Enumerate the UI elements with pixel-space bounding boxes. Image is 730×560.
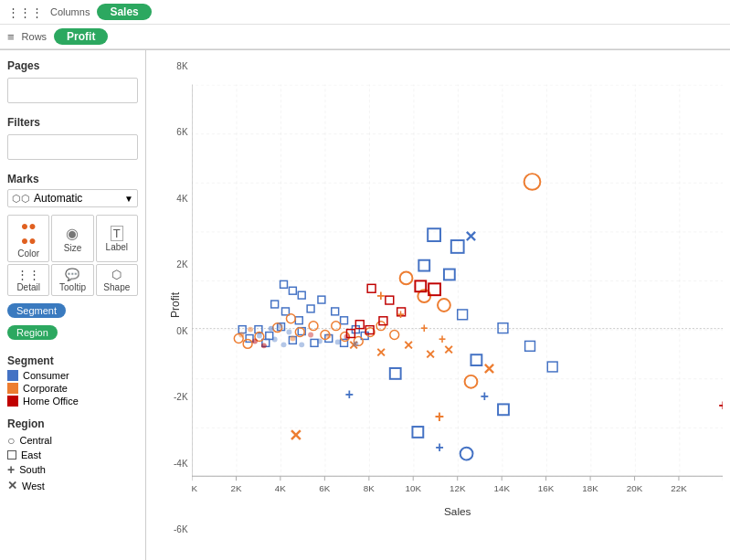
marks-type-dropdown[interactable]: ⬡⬡ Automatic ▼ <box>7 189 138 207</box>
filters-title: Filters <box>7 116 138 129</box>
region-chip[interactable]: Region <box>7 325 58 340</box>
segment-chip-row: Segment <box>7 303 138 320</box>
svg-text:0K: 0K <box>192 483 197 493</box>
svg-text:12K: 12K <box>450 483 466 493</box>
svg-point-87 <box>286 330 291 335</box>
segment-chip[interactable]: Segment <box>7 303 66 318</box>
legend-consumer: Consumer <box>7 370 138 381</box>
svg-text:Sales: Sales <box>444 505 471 518</box>
svg-point-92 <box>260 343 266 348</box>
central-label: Central <box>19 435 51 446</box>
segment-legend-title: Segment <box>7 354 138 367</box>
legend-east: East <box>7 449 138 460</box>
west-label: West <box>22 481 45 491</box>
main-area: Pages Filters Marks ⬡⬡ Automatic ▼ ●●●● … <box>0 50 730 560</box>
rows-icon: ≡ <box>7 30 15 44</box>
corporate-label: Corporate <box>23 383 68 394</box>
dropdown-arrow-icon: ▼ <box>124 194 133 204</box>
svg-text:+: + <box>438 333 445 346</box>
segment-legend: Segment Consumer Corporate Home Office <box>7 354 138 408</box>
svg-text:✕: ✕ <box>464 228 477 246</box>
svg-text:+: + <box>718 396 723 414</box>
consumer-swatch <box>7 370 18 381</box>
rows-pill[interactable]: Profit <box>54 28 108 45</box>
marks-type-label: Automatic <box>34 192 121 205</box>
svg-text:✕: ✕ <box>402 339 413 353</box>
consumer-label: Consumer <box>23 370 69 381</box>
legend-home-office: Home Office <box>7 396 138 407</box>
columns-row: ⋮⋮⋮ Columns Sales <box>0 0 730 25</box>
svg-text:+: + <box>397 308 404 322</box>
rows-row: ≡ Rows Profit <box>0 25 730 49</box>
label-button[interactable]: T Label <box>96 215 138 262</box>
marks-title: Marks <box>7 173 138 185</box>
svg-point-98 <box>317 338 323 343</box>
detail-button[interactable]: ⋮⋮ Detail <box>7 264 49 296</box>
svg-text:✕: ✕ <box>482 361 495 378</box>
rows-label: Rows <box>22 31 48 42</box>
columns-label: Columns <box>50 6 90 17</box>
south-icon: + <box>7 462 15 477</box>
chart-area: Profit 8K 6K 4K 2K 0K -2K -4K -6K <box>146 50 730 560</box>
svg-text:✕: ✕ <box>288 427 302 445</box>
pages-title: Pages <box>7 59 138 72</box>
svg-point-93 <box>271 336 277 342</box>
svg-text:+: + <box>420 322 428 335</box>
svg-point-96 <box>299 342 304 347</box>
svg-text:+: + <box>344 386 353 402</box>
svg-point-85 <box>268 326 273 332</box>
legend-central: ○ Central <box>7 433 138 448</box>
filters-box <box>7 134 138 160</box>
scatter-chart: + <box>192 58 723 553</box>
tooltip-button[interactable]: 💬 Tooltip <box>51 264 93 296</box>
svg-text:✕: ✕ <box>348 339 359 353</box>
columns-pill[interactable]: Sales <box>97 4 151 20</box>
svg-text:22K: 22K <box>671 483 687 493</box>
svg-rect-0 <box>192 85 723 477</box>
left-panel: Pages Filters Marks ⬡⬡ Automatic ▼ ●●●● … <box>0 50 146 560</box>
size-button[interactable]: ◉ Size <box>51 215 93 262</box>
legend-south: + South <box>7 462 138 477</box>
region-legend-title: Region <box>7 417 138 430</box>
svg-text:+: + <box>435 439 443 455</box>
svg-point-102 <box>353 341 358 346</box>
shape-button[interactable]: ⬡ Shape <box>96 264 138 296</box>
svg-point-90 <box>238 333 244 338</box>
svg-point-95 <box>290 336 295 342</box>
pages-box <box>7 78 138 103</box>
svg-point-99 <box>325 333 331 339</box>
legend-west: ✕ West <box>7 479 138 492</box>
svg-text:+: + <box>480 388 488 404</box>
svg-text:20K: 20K <box>626 483 642 493</box>
svg-text:8K: 8K <box>363 483 374 493</box>
svg-point-86 <box>277 323 282 329</box>
legend-corporate: Corporate <box>7 383 138 394</box>
svg-point-89 <box>248 327 253 333</box>
svg-text:16K: 16K <box>537 483 554 493</box>
color-button[interactable]: ●●●● Color <box>7 215 49 262</box>
svg-text:18K: 18K <box>582 483 598 493</box>
y-axis-label: Profit <box>169 292 182 318</box>
svg-point-88 <box>257 333 262 339</box>
marks-grid: ●●●● Color ◉ Size T Label ⋮⋮ Detail 💬 To… <box>7 215 138 296</box>
west-icon: ✕ <box>7 479 17 492</box>
columns-icon: ⋮⋮⋮ <box>7 5 43 19</box>
svg-point-94 <box>280 342 286 347</box>
svg-point-91 <box>252 338 258 343</box>
svg-text:✕: ✕ <box>425 348 436 362</box>
svg-point-100 <box>334 339 340 344</box>
svg-text:2K: 2K <box>230 483 241 493</box>
svg-text:14K: 14K <box>493 483 510 493</box>
svg-text:4K: 4K <box>274 483 285 493</box>
svg-text:+: + <box>376 288 385 303</box>
home-office-label: Home Office <box>23 396 79 407</box>
corporate-swatch <box>7 383 18 394</box>
east-icon <box>7 450 16 460</box>
svg-text:✕: ✕ <box>376 346 386 360</box>
svg-text:6K: 6K <box>319 483 330 493</box>
svg-text:+: + <box>434 407 443 426</box>
chart-svg-container: + <box>192 58 723 553</box>
region-chip-row: Region <box>7 325 138 342</box>
svg-text:10K: 10K <box>405 483 421 493</box>
region-legend: Region ○ Central East + South ✕ West <box>7 417 138 494</box>
